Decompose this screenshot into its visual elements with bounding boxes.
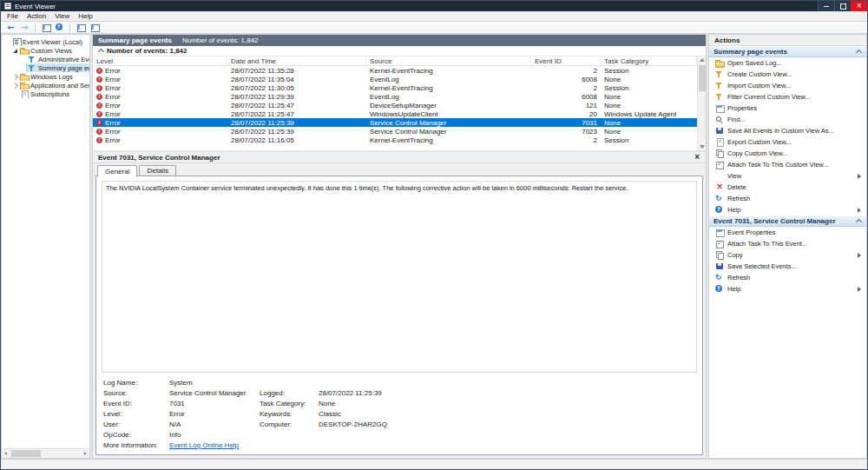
event-row[interactable]: Error28/07/2022 11:35:28Kernel-EventTrac…	[93, 66, 697, 75]
action-import-custom-view[interactable]: Import Custom View...	[709, 80, 866, 91]
online-help-link[interactable]: Event Log Online Help	[169, 441, 695, 449]
event-id-cell: 2	[531, 136, 601, 144]
event-viewer-window: Event Viewer FileActionViewHelp Event Vi…	[0, 0, 868, 470]
status-bar	[1, 459, 867, 469]
event-row[interactable]: Error28/07/2022 11:25:39Service Control …	[93, 127, 697, 136]
toolbar	[1, 22, 867, 34]
event-row[interactable]: Error28/07/2022 11:29:39EventLog6008None	[93, 92, 697, 101]
expander-collapsed-icon[interactable]	[11, 82, 19, 89]
column-header-date-and-time[interactable]: Date and Time	[227, 56, 366, 65]
expander-collapsed-icon[interactable]	[11, 73, 19, 81]
event-row[interactable]: Error28/07/2022 11:35:04EventLog6008None	[93, 75, 697, 83]
action-save-all-events-in-custom-view-as[interactable]: Save All Events in Custom View As...	[709, 125, 866, 136]
subscriptions-icon	[20, 90, 29, 98]
collapse-group-icon[interactable]	[98, 49, 104, 55]
menu-action[interactable]: Action	[23, 12, 50, 20]
action-filter-current-custom-view[interactable]: Filter Current Custom View...	[709, 91, 866, 103]
action-properties[interactable]: Properties	[709, 103, 866, 114]
action-open-saved-log[interactable]: Open Saved Log...	[709, 57, 866, 69]
tree-item-event-viewer-local[interactable]: Event Viewer (Local)	[2, 37, 89, 46]
event-row[interactable]: Error28/07/2022 11:16:05Kernel-EventTrac…	[93, 136, 697, 144]
tree-item-administrative-events[interactable]: Administrative Events	[2, 55, 89, 63]
action-refresh[interactable]: Refresh	[709, 193, 866, 204]
action-export-custom-view[interactable]: Export Custom View...	[709, 136, 866, 148]
help-button[interactable]	[53, 22, 66, 33]
actions-section-header-summary-page-events[interactable]: Summary page events	[709, 46, 866, 57]
column-header-task-category[interactable]: Task Category	[601, 56, 697, 65]
level-text: Error	[105, 93, 121, 101]
scroll-left-icon[interactable]	[2, 449, 10, 458]
show-console-tree-button[interactable]	[39, 22, 52, 33]
level-cell: Error	[93, 67, 227, 75]
scrollbar-thumb[interactable]	[699, 65, 706, 91]
task-icon	[715, 240, 724, 248]
column-header-source[interactable]: Source	[366, 56, 531, 65]
collapse-section-icon[interactable]	[856, 219, 862, 225]
action-label: Help	[727, 285, 853, 293]
tree-item-summary-page-events[interactable]: Summary page events	[2, 63, 89, 72]
action-find[interactable]: Find...	[709, 114, 866, 125]
minimize-button[interactable]	[818, 1, 834, 11]
field-label: More Information:	[103, 441, 166, 449]
scrollbar-thumb[interactable]	[11, 450, 41, 457]
actions-section-header-event-7031-service-control-manager[interactable]: Event 7031, Service Control Manager	[709, 215, 866, 227]
event-row[interactable]: Error28/07/2022 11:25:47DeviceSetupManag…	[93, 101, 697, 109]
events-vertical-scrollbar[interactable]	[697, 56, 706, 150]
tree-item-label: Windows Logs	[30, 73, 73, 81]
action-copy[interactable]: Copy	[709, 249, 866, 261]
action-create-custom-view[interactable]: Create Custom View...	[709, 69, 866, 80]
submenu-arrow-icon	[857, 253, 861, 258]
forward-button[interactable]	[18, 22, 31, 33]
action-delete[interactable]: Delete	[709, 182, 866, 193]
error-icon	[96, 103, 102, 109]
tree-item-windows-logs[interactable]: Windows Logs	[2, 72, 89, 81]
action-help[interactable]: Help	[709, 283, 866, 295]
event-row[interactable]: Error28/07/2022 11:30:05Kernel-EventTrac…	[93, 83, 697, 92]
menu-file[interactable]: File	[3, 12, 23, 20]
menu-help[interactable]: Help	[74, 12, 96, 20]
tree-item-subscriptions[interactable]: Subscriptions	[2, 89, 89, 98]
events-group-header[interactable]: Number of events: 1,842	[93, 46, 706, 56]
show-hide-action-pane-button[interactable]	[88, 22, 101, 33]
action-refresh[interactable]: Refresh	[709, 272, 866, 283]
action-label: Filter Current Custom View...	[727, 93, 861, 101]
level-cell: Error	[93, 119, 227, 127]
find-icon	[715, 116, 724, 123]
expander-expanded-icon[interactable]	[11, 47, 19, 55]
collapse-section-icon[interactable]	[856, 50, 862, 56]
menu-view[interactable]: View	[50, 12, 74, 20]
close-detail-icon[interactable]	[692, 153, 700, 162]
scroll-up-icon[interactable]	[700, 58, 705, 62]
column-header-level[interactable]: Level	[93, 56, 227, 65]
action-copy-custom-view[interactable]: Copy Custom View...	[709, 148, 866, 159]
source-cell: Kernel-EventTracing	[366, 84, 531, 92]
actions-sections: Summary page eventsOpen Saved Log...Crea…	[709, 46, 866, 295]
level-text: Error	[105, 102, 121, 109]
tree-item-custom-views[interactable]: Custom Views	[2, 46, 89, 55]
action-event-properties[interactable]: Event Properties	[709, 227, 866, 238]
maximize-button[interactable]	[834, 1, 851, 11]
scroll-right-icon[interactable]	[81, 449, 89, 458]
field-value: 7031	[169, 400, 256, 407]
event-row[interactable]: Error28/07/2022 11:25:47WindowsUpdateCli…	[93, 109, 697, 118]
level-text: Error	[105, 110, 121, 118]
action-attach-task-to-this-custom-view[interactable]: Attach Task To This Custom View...	[709, 159, 866, 170]
action-view[interactable]: View	[709, 170, 866, 182]
level-text: Error	[105, 67, 121, 75]
tree-horizontal-scrollbar[interactable]	[2, 448, 89, 458]
tree-item-applications-and-services-lo[interactable]: Applications and Services Lo	[2, 81, 89, 89]
event-row[interactable]: Error28/07/2022 11:25:39Service Control …	[93, 118, 697, 127]
column-header-event-id[interactable]: Event ID	[531, 56, 601, 65]
action-save-selected-events[interactable]: Save Selected Events...	[709, 261, 866, 272]
show-hide-console-tree-button[interactable]	[74, 22, 87, 33]
action-label: Copy	[727, 251, 853, 259]
tab-general[interactable]: General	[97, 165, 137, 176]
close-button[interactable]	[851, 1, 867, 11]
scroll-down-icon[interactable]	[700, 145, 705, 149]
back-button[interactable]	[4, 22, 17, 33]
action-attach-task-to-this-event[interactable]: Attach Task To This Event...	[709, 238, 866, 249]
action-help[interactable]: Help	[709, 204, 866, 215]
field-value: 28/07/2022 11:25:39	[319, 389, 695, 397]
tab-details[interactable]: Details	[139, 165, 175, 175]
tree-item-label: Summary page events	[38, 64, 89, 72]
